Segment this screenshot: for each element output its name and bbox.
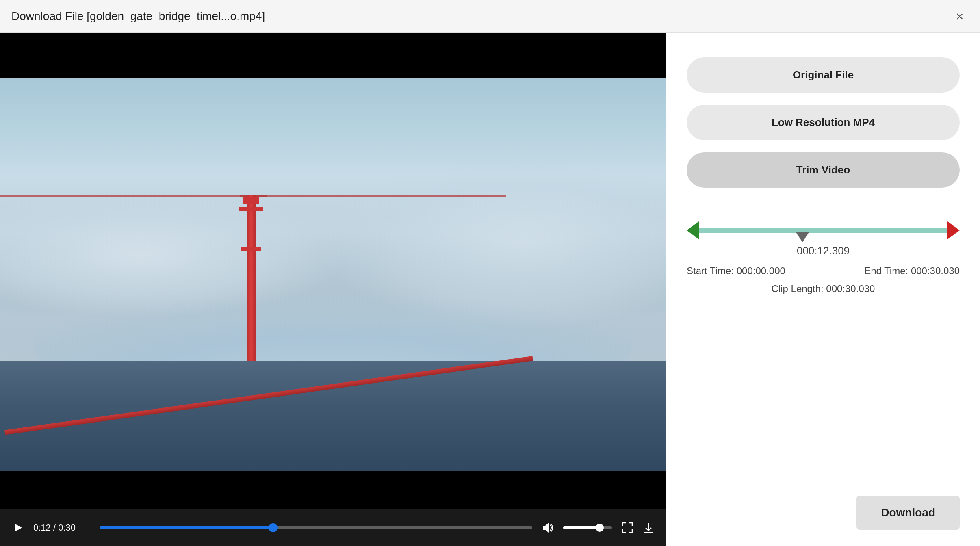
end-time-label: End Time: 000:30.030 <box>864 265 960 277</box>
main-content: 0:12 / 0:30 <box>0 33 980 546</box>
video-download-icon[interactable] <box>643 522 654 533</box>
tower-cap <box>243 197 259 204</box>
video-controls: 0:12 / 0:30 <box>0 509 666 546</box>
volume-bar[interactable] <box>563 526 612 529</box>
tower-crossbeam-mid <box>241 247 261 251</box>
video-black-bottom <box>0 471 666 509</box>
trim-info: Start Time: 000:00.000 End Time: 000:30.… <box>687 265 960 277</box>
trim-start-handle[interactable] <box>687 221 699 239</box>
bridge-tower <box>247 195 256 361</box>
start-time-label: Start Time: 000:00.000 <box>687 265 785 277</box>
svg-marker-0 <box>15 524 22 532</box>
trim-section: 000:12.309 Start Time: 000:00.000 End Ti… <box>687 216 960 295</box>
video-frame <box>0 78 666 471</box>
start-time-value: 000:00.000 <box>737 265 785 276</box>
trim-playhead[interactable] <box>796 232 809 242</box>
low-resolution-button[interactable]: Low Resolution MP4 <box>687 105 960 140</box>
close-button[interactable]: × <box>951 7 969 25</box>
trim-video-button[interactable]: Trim Video <box>687 152 960 188</box>
progress-fill <box>100 526 273 529</box>
end-time-key: End Time: <box>864 265 908 276</box>
play-button[interactable] <box>12 522 24 533</box>
trim-end-handle[interactable] <box>947 221 960 239</box>
fullscreen-button[interactable] <box>622 522 633 533</box>
progress-thumb[interactable] <box>269 523 278 532</box>
trim-timeline[interactable] <box>687 220 960 240</box>
original-file-button[interactable]: Original File <box>687 57 960 93</box>
clip-length-key: Clip Length: <box>772 283 824 294</box>
title-bar: Download File [golden_gate_bridge_timel.… <box>0 0 980 33</box>
video-area <box>0 78 666 471</box>
svg-marker-1 <box>543 523 549 533</box>
video-panel: 0:12 / 0:30 <box>0 33 666 546</box>
volume-fill <box>563 526 600 529</box>
dialog-title: Download File [golden_gate_bridge_timel.… <box>11 10 265 23</box>
trim-track <box>699 228 947 233</box>
progress-bar[interactable] <box>100 526 532 529</box>
option-buttons-group: Original File Low Resolution MP4 Trim Vi… <box>687 57 960 188</box>
video-black-top <box>0 33 666 78</box>
time-display: 0:12 / 0:30 <box>33 522 90 533</box>
trim-current-time: 000:12.309 <box>687 245 960 257</box>
tower-crossbeam-top <box>239 207 263 211</box>
download-button[interactable]: Download <box>856 496 960 530</box>
clip-length-value: 000:30.030 <box>826 283 875 294</box>
dialog-footer: Download <box>856 496 960 530</box>
volume-thumb[interactable] <box>596 524 604 532</box>
clip-length: Clip Length: 000:30.030 <box>687 283 960 295</box>
water-area <box>0 361 666 471</box>
start-time-key: Start Time: <box>687 265 734 276</box>
end-time-value: 000:30.030 <box>911 265 960 276</box>
options-panel: Original File Low Resolution MP4 Trim Vi… <box>666 33 980 546</box>
volume-button[interactable] <box>542 522 553 533</box>
